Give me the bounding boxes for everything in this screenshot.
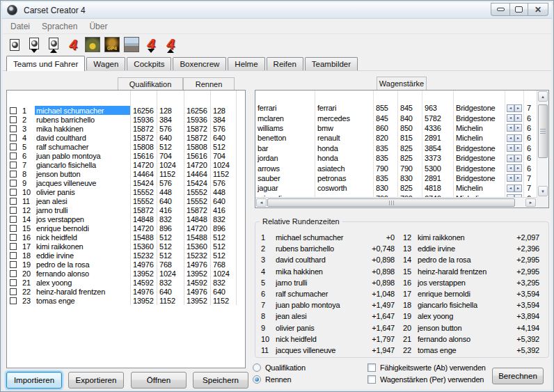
spinner-left-button[interactable]: ◄	[507, 155, 514, 162]
tab-teambilder[interactable]: Teambilder	[305, 57, 358, 70]
level-cell[interactable]: 6	[523, 153, 536, 163]
driver-checkbox[interactable]	[10, 180, 17, 187]
driver-name-cell[interactable]: michael schumacher	[35, 106, 130, 115]
exportieren-button[interactable]: Exportieren	[68, 372, 124, 389]
qualification-value-1[interactable]: 14720	[130, 160, 157, 169]
driver-name-cell[interactable]: jenson button	[35, 169, 130, 178]
offnen-button[interactable]: Öffnen	[131, 372, 187, 389]
team-row[interactable]: benetton renault 820 815 2891 Michelin ◄…	[255, 133, 537, 143]
level-cell[interactable]: 6	[523, 123, 536, 133]
race-value-2[interactable]: 1152	[210, 296, 237, 305]
engine-cell[interactable]: honda	[315, 143, 373, 153]
driver-name-cell[interactable]: heinz-harald frentzen	[35, 287, 130, 296]
qualification-value-2[interactable]: 1024	[157, 269, 184, 278]
spinner-right-button[interactable]: ►	[514, 114, 522, 122]
strength-value-3[interactable]: 963	[422, 103, 453, 113]
qualification-value-2[interactable]: 640	[157, 287, 184, 296]
driver-row[interactable]: 19 pedro de la rosa 14976 768 14976 768	[7, 260, 245, 269]
driver-row[interactable]: 9 jacques villeneuve 15424 576 15424 576	[7, 178, 245, 187]
driver-name-cell[interactable]: rubens barrichello	[35, 115, 130, 124]
race-value-1[interactable]: 14720	[184, 160, 210, 169]
race-value-2[interactable]: 1024	[210, 160, 237, 169]
level-cell[interactable]: 6	[523, 133, 536, 143]
driver-name-cell[interactable]: kimi raikkonen	[35, 242, 130, 251]
vertical-scrollbar[interactable]: ▲ ▼	[537, 91, 548, 197]
tyres-cell[interactable]: Bridgestone	[453, 173, 505, 183]
tab-cockpits[interactable]: Cockpits	[127, 57, 171, 70]
strength-value-2[interactable]: 830	[397, 173, 422, 183]
qualification-value-2[interactable]: 1024	[157, 160, 184, 169]
qualification-value-2[interactable]: 832	[157, 214, 184, 224]
qualification-value-1[interactable]: 15872	[130, 133, 157, 142]
engine-cell[interactable]: asiatech	[315, 163, 373, 173]
qualification-value-2[interactable]: 832	[157, 278, 184, 287]
calculate-button[interactable]: Berechnen	[492, 368, 544, 384]
qualification-value-2[interactable]: 512	[157, 251, 184, 260]
strength-value-3[interactable]: 5300	[422, 163, 453, 173]
qualification-value-2[interactable]: 640	[157, 196, 184, 205]
team-row[interactable]: mclaren mercedes 845 840 5782 Bridgeston…	[255, 113, 537, 123]
team-table-body[interactable]: ferrari ferrari 855 845 963 Bridgestone …	[255, 91, 537, 197]
spinner-left-button[interactable]: ◄	[507, 164, 514, 172]
race-value-1[interactable]: 15552	[184, 187, 210, 196]
level-cell[interactable]: 6	[523, 143, 536, 153]
race-value-2[interactable]: 640	[210, 287, 237, 296]
qualification-value-2[interactable]: 512	[157, 142, 184, 151]
qualification-value-1[interactable]: 15424	[130, 178, 157, 187]
qualification-value-1[interactable]: 14720	[130, 224, 157, 233]
driver-row[interactable]: 23 tomas enge 13952 1152 13952 1152	[7, 296, 245, 305]
driver-row[interactable]: 20 fernando alonso 13952 1024 13952 1024	[7, 269, 245, 278]
tab-reifen[interactable]: Reifen	[267, 57, 303, 70]
driver-row[interactable]: 14 jos verstappen 14848 832 14848 832	[7, 214, 245, 224]
driver-row[interactable]: 22 heinz-harald frentzen 14976 640 14976…	[7, 287, 245, 296]
team-row[interactable]: williams bmw 860 850 4336 Michelin ◄ ► 6	[255, 123, 537, 133]
driver-name-cell[interactable]: giancarlo fisichella	[35, 160, 130, 169]
scroll-right-button[interactable]: ►	[525, 198, 536, 207]
race-value-1[interactable]: 16256	[184, 106, 210, 115]
qualification-value-1[interactable]: 15872	[130, 205, 157, 214]
driver-name-cell[interactable]: tomas enge	[35, 296, 130, 305]
team-row[interactable]: bar honda 835 825 3854 Bridgestone ◄ ► 6	[255, 143, 537, 153]
team-name-cell[interactable]: arrows	[255, 163, 315, 173]
driver-checkbox[interactable]	[10, 216, 17, 223]
spinner-left-button[interactable]: ◄	[507, 185, 514, 192]
race-value-1[interactable]: 15872	[184, 133, 210, 142]
qualification-value-2[interactable]: 640	[157, 133, 184, 142]
race-value-2[interactable]: 832	[210, 214, 237, 224]
qualification-value-2[interactable]: 576	[157, 124, 184, 133]
qualification-value-1[interactable]: 15872	[130, 124, 157, 133]
strength-value-3[interactable]: 4818	[422, 183, 453, 193]
qualification-value-1[interactable]: 15936	[130, 115, 157, 124]
team-name-cell[interactable]: sauber	[255, 173, 315, 183]
spinner-right-button[interactable]: ►	[514, 144, 522, 152]
driver-name-cell[interactable]: eddie irvine	[35, 251, 130, 260]
team-row[interactable]: sauber petronas 835 830 2891 Bridgestone…	[255, 173, 537, 183]
horizontal-scrollbar[interactable]: ◄ ►	[255, 197, 537, 207]
driver-checkbox[interactable]	[10, 288, 17, 295]
strength-value-2[interactable]: 845	[397, 103, 422, 113]
toolbar-export-carset-button[interactable]	[45, 36, 62, 54]
race-value-1[interactable]: 14976	[184, 260, 210, 269]
radio-icon[interactable]	[253, 375, 261, 384]
driver-checkbox[interactable]	[10, 234, 17, 241]
driver-checkbox[interactable]	[10, 270, 17, 277]
engine-cell[interactable]: mercedes	[315, 113, 373, 123]
race-value-2[interactable]: 640	[210, 133, 237, 142]
driver-name-cell[interactable]: ralf schumacher	[35, 142, 130, 151]
race-value-2[interactable]: 576	[210, 124, 237, 133]
qualification-value-2[interactable]: 128	[157, 106, 184, 115]
minimize-button[interactable]	[491, 3, 509, 16]
driver-name-cell[interactable]: jarno trulli	[35, 205, 130, 214]
qualification-value-2[interactable]: 896	[157, 224, 184, 233]
race-value-2[interactable]: 512	[210, 251, 237, 260]
tab-wagen[interactable]: Wagen	[86, 57, 125, 70]
level-cell[interactable]: 6	[523, 163, 536, 173]
race-value-2[interactable]: 896	[210, 224, 237, 233]
driver-row[interactable]: 8 jenson button 14464 1152 14464 1152	[7, 169, 245, 178]
qualification-value-1[interactable]: 13952	[130, 296, 157, 305]
horizontal-scrollbar-thumb[interactable]	[267, 198, 515, 207]
driver-row[interactable]: 5 ralf schumacher 15808 512 15808 512	[7, 142, 245, 151]
speichern-button[interactable]: Speichern	[193, 372, 248, 389]
toolbar-gp4-game-button[interactable]: GP4	[104, 36, 120, 54]
strength-value-1[interactable]: 855	[373, 103, 397, 113]
